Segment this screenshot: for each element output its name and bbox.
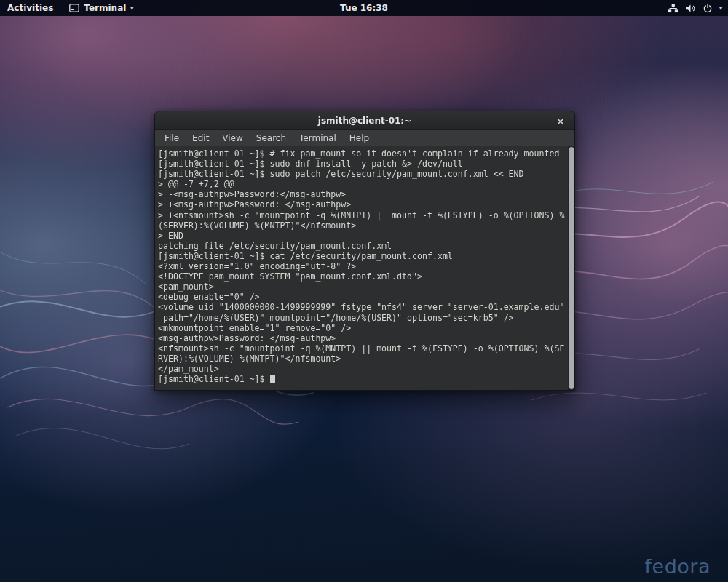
activities-button[interactable]: Activities bbox=[0, 0, 63, 16]
terminal-line: path="/home/%(USER)" mountpoint="/home/%… bbox=[158, 313, 566, 323]
terminal-line: > +<msg-authpw>Password: </msg-authpw> bbox=[158, 199, 566, 210]
terminal-line: (SERVER):%(VOLUME) %(MNTPT)"</nfsmount> bbox=[158, 220, 566, 231]
terminal-line: RVER):%(VOLUME) %(MNTPT)"</nfsmount> bbox=[158, 354, 566, 364]
terminal-line: <volume uid="1400000000-1499999999" fsty… bbox=[158, 302, 566, 312]
scrollbar-thumb[interactable] bbox=[569, 147, 574, 389]
terminal-line: [jsmith@client-01 ~]$ cat /etc/security/… bbox=[158, 251, 566, 261]
menu-file[interactable]: File bbox=[158, 130, 186, 146]
terminal-scrollbar[interactable] bbox=[568, 146, 574, 390]
chevron-down-icon: ▾ bbox=[719, 5, 722, 12]
terminal-screen[interactable]: [jsmith@client-01 ~]$ # fix pam_mount so… bbox=[155, 146, 574, 390]
terminal-line: [jsmith@client-01 ~]$ sudo dnf install -… bbox=[158, 159, 566, 169]
terminal-line: <pam_mount> bbox=[158, 282, 566, 292]
prompt-text: [jsmith@client-01 ~]$ bbox=[158, 374, 270, 384]
power-icon bbox=[703, 3, 713, 13]
terminal-window: jsmith@client-01:~ × File Edit View Sear… bbox=[154, 111, 575, 391]
terminal-line: [jsmith@client-01 ~]$ # fix pam_mount so… bbox=[158, 148, 566, 159]
menu-search[interactable]: Search bbox=[250, 130, 293, 146]
terminal-line: </pam_mount> bbox=[158, 364, 566, 374]
text-cursor bbox=[270, 375, 275, 383]
app-menu-terminal[interactable]: Terminal ▾ bbox=[63, 0, 139, 16]
window-titlebar[interactable]: jsmith@client-01:~ × bbox=[155, 111, 574, 130]
terminal-line: <!DOCTYPE pam_mount SYSTEM "pam_mount.co… bbox=[158, 271, 566, 282]
terminal-prompt-line: [jsmith@client-01 ~]$ bbox=[158, 374, 566, 384]
terminal-app-icon bbox=[69, 4, 79, 12]
terminal-line: [jsmith@client-01 ~]$ sudo patch /etc/se… bbox=[158, 169, 566, 179]
menu-terminal[interactable]: Terminal bbox=[293, 130, 343, 146]
terminal-line: > @@ -7 +7,2 @@ bbox=[158, 179, 566, 189]
terminal-menubar: File Edit View Search Terminal Help bbox=[155, 130, 574, 146]
terminal-line: patching file /etc/security/pam_mount.co… bbox=[158, 241, 566, 251]
top-bar: Activities Terminal ▾ Tue 16:38 ▾ bbox=[0, 0, 728, 16]
terminal-line: <?xml version="1.0" encoding="utf-8" ?> bbox=[158, 261, 566, 271]
terminal-line: > -<msg-authpw>Password:</msg-authpw> bbox=[158, 189, 566, 199]
app-menu-label: Terminal bbox=[84, 3, 126, 13]
terminal-line: > END bbox=[158, 231, 566, 241]
terminal-line: > +<nfsmount>sh -c "mountpoint -q %(MNTP… bbox=[158, 210, 566, 220]
terminal-line: <nfsmount>sh -c "mountpoint -q %(MNTPT) … bbox=[158, 343, 566, 354]
menu-help[interactable]: Help bbox=[343, 130, 376, 146]
menu-edit[interactable]: Edit bbox=[186, 130, 215, 146]
menu-view[interactable]: View bbox=[215, 130, 249, 146]
window-title: jsmith@client-01:~ bbox=[318, 116, 411, 126]
close-icon[interactable]: × bbox=[554, 111, 567, 130]
terminal-line: <debug enable="0" /> bbox=[158, 292, 566, 302]
volume-icon bbox=[685, 4, 696, 13]
system-status-area[interactable]: ▾ bbox=[668, 0, 722, 16]
chevron-down-icon: ▾ bbox=[130, 5, 133, 12]
terminal-line: <mkmountpoint enable="1" remove="0" /> bbox=[158, 323, 566, 333]
fedora-logo: fedora bbox=[645, 555, 711, 578]
terminal-line: <msg-authpw>Password: </msg-authpw> bbox=[158, 333, 566, 343]
network-wired-icon bbox=[668, 4, 678, 13]
